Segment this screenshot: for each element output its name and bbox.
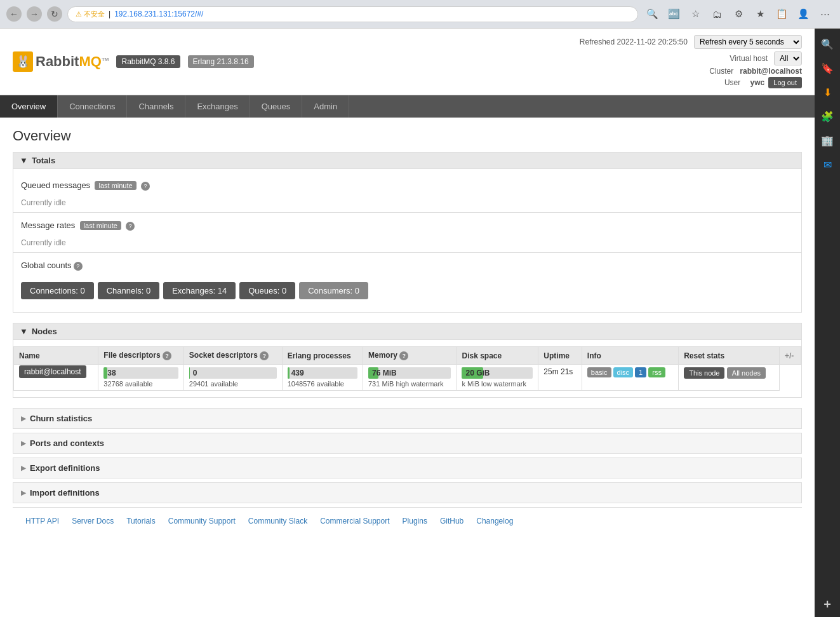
col-socket-desc: Socket descriptors ? bbox=[183, 347, 282, 365]
nodes-section: ▼ Nodes Name File descriptors ? Socket d… bbox=[13, 323, 802, 398]
col-reset: Reset stats bbox=[679, 347, 780, 365]
export-section: ▶ Export definitions bbox=[13, 458, 802, 478]
uptime-value: 25m 21s bbox=[543, 367, 573, 376]
star-icon[interactable]: ★ bbox=[751, 5, 769, 23]
ports-section: ▶ Ports and contexts bbox=[13, 433, 802, 454]
nav-tabs: Overview Connections Channels Exchanges … bbox=[0, 95, 815, 118]
totals-chevron: ▼ bbox=[20, 156, 28, 165]
erlang-cell: 439 1048576 available bbox=[282, 365, 363, 391]
info-badge-disc[interactable]: disc bbox=[613, 367, 634, 377]
nodes-content: Name File descriptors ? Socket descripto… bbox=[13, 340, 802, 398]
file-desc-help[interactable]: ? bbox=[163, 351, 171, 360]
footer-plugins[interactable]: Plugins bbox=[403, 517, 427, 525]
socket-desc-help[interactable]: ? bbox=[260, 351, 269, 360]
disk-value: 20 GiB bbox=[462, 369, 493, 377]
file-desc-bar: 38 bbox=[103, 367, 178, 379]
refresh-interval-select[interactable]: Refresh every 5 seconds Refresh every 10… bbox=[694, 35, 802, 49]
connections-count-btn[interactable]: Connections: 0 bbox=[21, 282, 94, 299]
footer-commercial-support[interactable]: Commercial Support bbox=[320, 517, 389, 525]
cluster-row: Cluster rabbit@localhost bbox=[580, 67, 802, 76]
more-icon[interactable]: ⋯ bbox=[816, 5, 834, 23]
erlang-version-badge: Erlang 21.3.8.16 bbox=[188, 55, 254, 68]
footer-community-slack[interactable]: Community Slack bbox=[248, 517, 307, 525]
message-rates-label: Message rates bbox=[21, 220, 75, 230]
back-button[interactable]: ← bbox=[6, 6, 22, 22]
socket-desc-cell: 0 29401 available bbox=[183, 365, 282, 391]
settings-icon[interactable]: ⚙ bbox=[730, 5, 747, 23]
refresh-button[interactable]: ↻ bbox=[47, 6, 62, 22]
footer-http-api[interactable]: HTTP API bbox=[25, 517, 59, 525]
browser-toolbar: 🔍 🔤 ☆ 🗂 ⚙ ★ 📋 👤 ⋯ bbox=[643, 5, 834, 23]
message-rates-help-icon[interactable]: ? bbox=[126, 222, 135, 231]
queues-count-btn[interactable]: Queues: 0 bbox=[239, 282, 295, 299]
idle-text-2: Currently idle bbox=[13, 236, 801, 250]
file-desc-available: 32768 available bbox=[103, 380, 178, 388]
sidebar-add-icon[interactable]: + bbox=[817, 594, 837, 614]
churn-header[interactable]: ▶ Churn statistics bbox=[13, 409, 801, 428]
info-badges: basic disc 1 rss bbox=[587, 367, 673, 377]
info-badge-basic[interactable]: basic bbox=[587, 367, 611, 377]
global-counts-help-icon[interactable]: ? bbox=[74, 262, 83, 271]
tab-exchanges[interactable]: Exchanges bbox=[185, 95, 250, 118]
consumers-count-btn[interactable]: Consumers: 0 bbox=[299, 282, 368, 299]
import-section: ▶ Import definitions bbox=[13, 482, 802, 503]
footer-community-support[interactable]: Community Support bbox=[168, 517, 236, 525]
virtual-host-select[interactable]: All / bbox=[774, 51, 802, 65]
cluster-value: rabbit@localhost bbox=[740, 67, 802, 76]
favorites-icon[interactable]: ☆ bbox=[686, 5, 704, 23]
info-badge-rss[interactable]: rss bbox=[648, 367, 665, 377]
forward-button[interactable]: → bbox=[27, 6, 42, 22]
totals-section: ▼ Totals Queued messages last minute ? C… bbox=[13, 152, 802, 313]
tab-groups-icon[interactable]: 🗂 bbox=[708, 5, 726, 23]
tab-connections[interactable]: Connections bbox=[58, 95, 127, 118]
import-header[interactable]: ▶ Import definitions bbox=[13, 483, 801, 503]
footer-github[interactable]: GitHub bbox=[440, 517, 463, 525]
tab-overview[interactable]: Overview bbox=[0, 95, 58, 118]
footer-server-docs[interactable]: Server Docs bbox=[72, 517, 114, 525]
message-rates-row: Message rates last minute ? bbox=[13, 215, 801, 236]
tab-admin[interactable]: Admin bbox=[302, 95, 349, 118]
ports-header[interactable]: ▶ Ports and contexts bbox=[13, 433, 801, 453]
read-aloud-icon[interactable]: 🔤 bbox=[665, 5, 683, 23]
footer-changelog[interactable]: Changelog bbox=[476, 517, 513, 525]
queued-messages-label: Queued messages bbox=[21, 180, 90, 190]
queued-help-icon[interactable]: ? bbox=[141, 182, 150, 191]
disk-bar: 20 GiB bbox=[462, 367, 533, 379]
socket-desc-available: 29401 available bbox=[189, 380, 277, 388]
info-badge-1[interactable]: 1 bbox=[635, 367, 646, 377]
right-sidebar: 🔍 🔖 ⬇ 🧩 🏢 ✉ + bbox=[815, 29, 840, 617]
sidebar-outlook-icon[interactable]: ✉ bbox=[817, 154, 837, 175]
erlang-bar: 439 bbox=[288, 367, 357, 379]
col-erlang: Erlang processes bbox=[282, 347, 363, 365]
sidebar-download-icon[interactable]: ⬇ bbox=[817, 82, 837, 102]
logo-area: 🐰 RabbitMQTM RabbitMQ 3.8.6 Erlang 21.3.… bbox=[13, 51, 254, 72]
sidebar-bookmark-icon[interactable]: 🔖 bbox=[817, 58, 837, 78]
col-plus-minus[interactable]: +/- bbox=[779, 347, 801, 365]
export-header[interactable]: ▶ Export definitions bbox=[13, 458, 801, 478]
nodes-chevron: ▼ bbox=[20, 327, 28, 336]
reset-this-node-button[interactable]: This node bbox=[684, 367, 724, 379]
memory-help[interactable]: ? bbox=[399, 351, 408, 360]
footer-tutorials[interactable]: Tutorials bbox=[126, 517, 156, 525]
totals-label: Totals bbox=[32, 156, 55, 165]
sidebar-search-icon[interactable]: 🔍 bbox=[817, 34, 837, 54]
nodes-header[interactable]: ▼ Nodes bbox=[13, 323, 802, 340]
search-icon[interactable]: 🔍 bbox=[643, 5, 661, 23]
cluster-label: Cluster bbox=[709, 67, 733, 76]
address-bar[interactable]: ⚠ 不安全 | 192.168.231.131:15672/#/ bbox=[67, 6, 638, 22]
tab-queues[interactable]: Queues bbox=[250, 95, 303, 118]
sidebar-office-icon[interactable]: 🏢 bbox=[817, 130, 837, 151]
tab-channels[interactable]: Channels bbox=[127, 95, 185, 118]
totals-header[interactable]: ▼ Totals bbox=[13, 152, 802, 169]
ports-chevron: ▶ bbox=[21, 440, 26, 447]
churn-label: Churn statistics bbox=[30, 414, 92, 423]
channels-count-btn[interactable]: Channels: 0 bbox=[98, 282, 159, 299]
sidebar-extensions-icon[interactable]: 🧩 bbox=[817, 106, 837, 126]
import-chevron: ▶ bbox=[21, 489, 26, 496]
col-disk: Disk space bbox=[457, 347, 538, 365]
collections-icon[interactable]: 📋 bbox=[773, 5, 790, 23]
exchanges-count-btn[interactable]: Exchanges: 14 bbox=[163, 282, 236, 299]
logout-button[interactable]: Log out bbox=[768, 77, 802, 88]
reset-all-nodes-button[interactable]: All nodes bbox=[727, 367, 766, 379]
profile-icon[interactable]: 👤 bbox=[794, 5, 812, 23]
